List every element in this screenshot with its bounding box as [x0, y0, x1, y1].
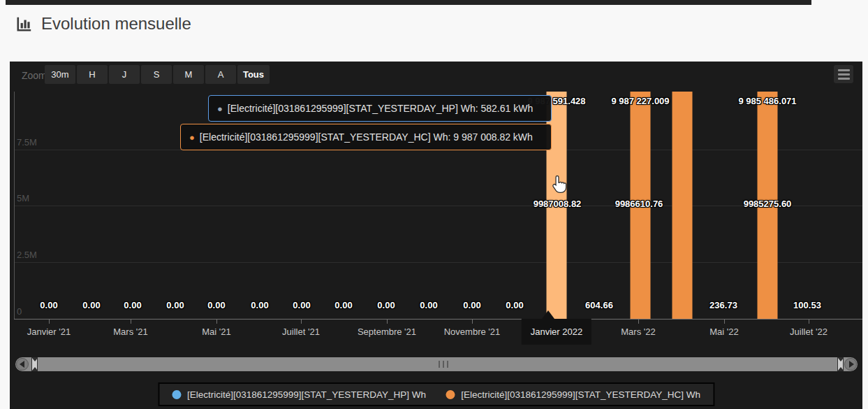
series-marker-icon: [189, 132, 195, 143]
legend-item-hc[interactable]: [Electricité][031861295999][STAT_YESTERD…: [446, 389, 700, 400]
x-axis-tick-label: Septembre '21: [358, 327, 416, 337]
x-axis-tick: [216, 320, 217, 324]
x-axis-tick: [472, 320, 473, 324]
y-axis-tick-label: 7.5M: [17, 137, 37, 150]
x-axis-tick: [638, 320, 639, 324]
legend-marker-icon: [446, 390, 455, 399]
x-axis-tick: [724, 320, 725, 324]
scrollbar-left-arrow[interactable]: [16, 358, 29, 371]
zoom-range-button-tous[interactable]: Tous: [237, 65, 270, 84]
baseline-value-label: 0.00: [377, 300, 395, 310]
series-marker-icon: [217, 103, 223, 114]
zoom-range-button-h[interactable]: H: [77, 65, 108, 84]
x-axis-tick-label: Juillet '22: [790, 327, 827, 337]
navigator-scrollbar[interactable]: [15, 357, 858, 371]
baseline-value-label: 0.00: [506, 300, 523, 310]
legend: [Electricité][031861295999][STAT_YESTERD…: [158, 382, 714, 406]
page-title: Evolution mensuelle: [41, 14, 191, 34]
x-axis-tick: [49, 320, 50, 324]
baseline-value-label: 0.00: [207, 300, 225, 310]
tooltip-hp-text: [Electricité][031861295999][STAT_YESTERD…: [228, 103, 533, 114]
stack-total-label: 9 987 227.009: [611, 96, 669, 106]
x-axis-tick-label: Juillet '21: [282, 327, 320, 337]
baseline-value-label: 0.00: [420, 300, 437, 310]
baseline-value-label: 100.53: [793, 300, 821, 310]
top-widget-edge: [6, 0, 811, 5]
baseline-value-label: 0.00: [124, 300, 141, 310]
legend-item-label: [Electricité][031861295999][STAT_YESTERD…: [461, 389, 700, 400]
gridline: [14, 262, 862, 263]
x-axis-tick-label: Mars '22: [621, 327, 655, 337]
chart-widget[interactable]: Zoom 30mHJSMATous 7.5M5M2.5M0 9 987 591.…: [10, 62, 862, 409]
zoom-range-button-j[interactable]: J: [109, 65, 140, 84]
y-axis-tick-label: 5M: [17, 193, 29, 206]
baseline-value-label: 0.00: [166, 300, 184, 310]
scrollbar-thumb-grip[interactable]: [439, 361, 448, 368]
crosshair-arrow: [542, 310, 554, 319]
zoom-range-button-30m[interactable]: 30m: [45, 65, 75, 84]
x-axis-tick-label: Mai '21: [202, 327, 231, 337]
x-axis-tick-label: Mars '21: [113, 327, 147, 337]
x-axis-line: [14, 319, 862, 320]
baseline-value-label: 236.73: [709, 300, 737, 310]
tooltip-hc: [Electricité][031861295999][STAT_YESTERD…: [180, 124, 552, 150]
baseline-value-label: 0.00: [82, 300, 100, 310]
zoom-range-button-m[interactable]: M: [173, 65, 204, 84]
hamburger-menu-icon[interactable]: [834, 65, 853, 83]
page-header: Evolution mensuelle: [15, 14, 191, 34]
legend-item-hp[interactable]: [Electricité][031861295999][STAT_YESTERD…: [172, 389, 426, 400]
x-axis-tick-label: Janvier '21: [27, 327, 71, 337]
baseline-value-label: 0.00: [463, 300, 480, 310]
stack-total-label: 9 985 486.071: [738, 96, 796, 106]
legend-marker-icon: [172, 390, 181, 399]
y-axis-line: [14, 92, 15, 319]
zoom-range-button-s[interactable]: S: [141, 65, 172, 84]
gridline: [14, 206, 862, 206]
x-axis-tick: [809, 320, 809, 324]
y-axis-tick-label: 0: [17, 306, 22, 319]
crosshair-label: Janvier 2022: [522, 319, 591, 345]
zoom-label: Zoom: [22, 70, 47, 81]
tooltip-hc-text: [Electricité][031861295999][STAT_YESTERD…: [200, 131, 533, 143]
bar-value-label: 9986610.76: [615, 199, 663, 209]
x-axis-tick: [131, 320, 131, 324]
x-axis-tick-label: Mai '22: [709, 327, 739, 337]
zoom-range-selector: 30mHJSMATous: [45, 65, 270, 84]
navigator-right-handle[interactable]: [837, 357, 844, 371]
bar-value-label: 9985275.60: [744, 199, 792, 209]
baseline-value-label: 0.00: [293, 300, 310, 310]
x-axis-tick: [301, 320, 302, 324]
x-axis-tick-label: Novembre '21: [444, 327, 501, 337]
y-axis-tick-label: 2.5M: [17, 250, 37, 262]
column-bar-avril-2022[interactable]: [672, 92, 693, 319]
tooltip-hp: [Electricité][031861295999][STAT_YESTERD…: [208, 95, 552, 122]
bar-value-label: 9987008.82: [534, 199, 582, 209]
baseline-value-label: 604.66: [585, 300, 613, 310]
legend-item-label: [Electricité][031861295999][STAT_YESTERD…: [187, 389, 426, 400]
scrollbar-right-arrow[interactable]: [844, 358, 857, 371]
bar-chart-icon: [15, 15, 34, 33]
baseline-value-label: 0.00: [251, 300, 268, 310]
baseline-value-label: 0.00: [334, 300, 352, 310]
zoom-range-button-a[interactable]: A: [205, 65, 236, 84]
x-axis-tick: [387, 320, 388, 324]
navigator-left-handle[interactable]: [31, 357, 38, 371]
baseline-value-label: 0.00: [40, 300, 57, 310]
